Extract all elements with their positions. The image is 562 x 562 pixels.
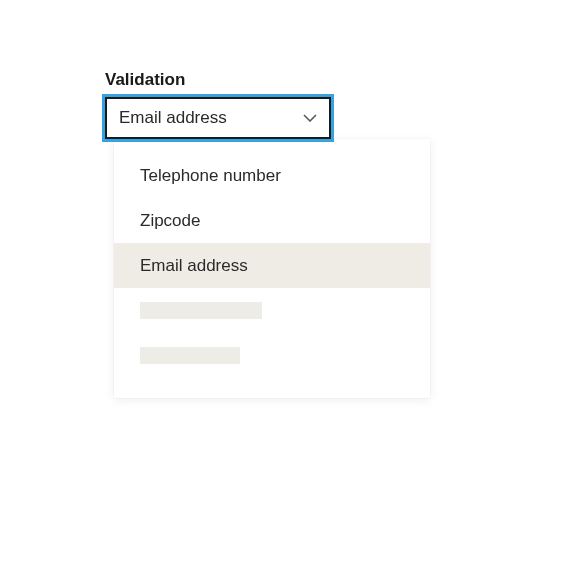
validation-field: Validation Email address Telephone numbe…	[105, 70, 331, 139]
dropdown-option-zipcode[interactable]: Zipcode	[114, 198, 430, 243]
validation-select[interactable]: Email address	[105, 97, 331, 139]
dropdown-option-label: Email address	[140, 256, 248, 276]
dropdown-option-label: Telephone number	[140, 166, 281, 186]
chevron-down-icon	[303, 111, 317, 125]
dropdown-option-email[interactable]: Email address	[114, 243, 430, 288]
select-wrapper: Email address Telephone number Zipcode E…	[105, 97, 331, 139]
select-value: Email address	[119, 108, 227, 128]
dropdown-option-label: Zipcode	[140, 211, 200, 231]
dropdown-option-loading	[114, 333, 430, 378]
dropdown-option-loading	[114, 288, 430, 333]
dropdown-menu: Telephone number Zipcode Email address	[114, 139, 430, 398]
dropdown-option-telephone[interactable]: Telephone number	[114, 153, 430, 198]
placeholder-bar	[140, 347, 240, 364]
placeholder-bar	[140, 302, 262, 319]
field-label: Validation	[105, 70, 331, 90]
